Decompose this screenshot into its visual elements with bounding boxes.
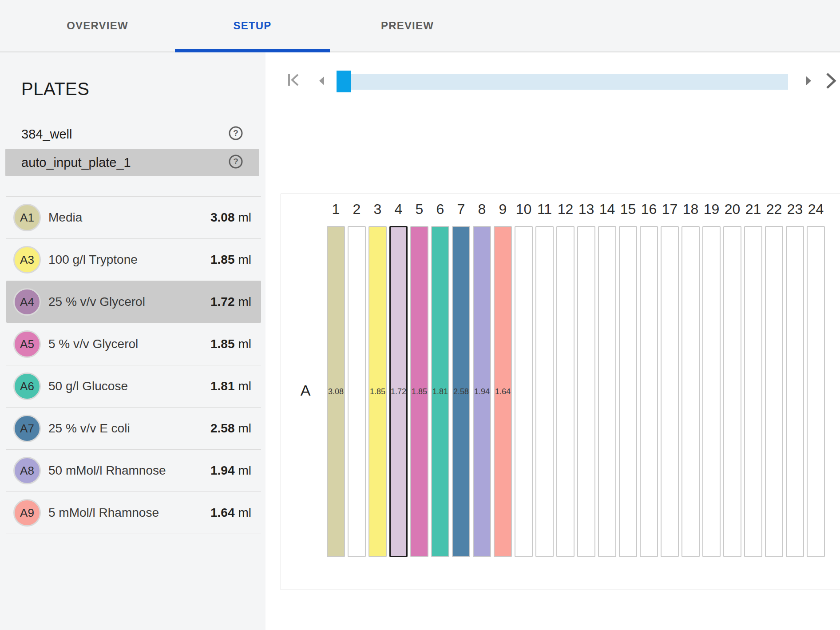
well-column-12[interactable]	[556, 226, 575, 557]
reagent-name: 25 % v/v Glycerol	[48, 295, 145, 309]
tab-label: OVERVIEW	[67, 20, 128, 32]
tabs-container: OVERVIEWSETUPPREVIEW	[20, 0, 485, 52]
reagent-volume: 1.81ml	[210, 379, 251, 393]
well-column-22[interactable]	[765, 226, 783, 557]
well-column-17[interactable]	[661, 226, 679, 557]
step-right-icon[interactable]	[806, 76, 811, 86]
column-header: 21	[744, 201, 762, 218]
tab-overview[interactable]: OVERVIEW	[20, 0, 175, 52]
reagent-volume: 3.08ml	[210, 210, 251, 225]
well-column-8[interactable]: 1.94ml	[473, 226, 491, 557]
well-column-16[interactable]	[640, 226, 658, 557]
reagent-row-A3[interactable]: A3100 g/l Tryptone1.85ml	[6, 238, 261, 281]
well-column-14[interactable]	[598, 226, 616, 557]
sidebar-title: PLATES	[21, 79, 265, 99]
reagent-name: 100 g/l Tryptone	[48, 253, 138, 267]
reagent-volume: 1.94ml	[210, 464, 251, 478]
tab-setup[interactable]: SETUP	[175, 0, 330, 52]
well-column-15[interactable]	[619, 226, 637, 557]
well-column-7[interactable]: 2.58ml	[452, 226, 470, 557]
row-label: A	[294, 382, 317, 399]
well-badge: A3	[13, 246, 41, 273]
svg-text:?: ?	[233, 157, 238, 166]
well-column-4[interactable]: 1.72ml	[389, 226, 408, 557]
reagent-volume: 2.58ml	[210, 421, 251, 436]
page-right-button[interactable]	[825, 72, 837, 91]
well-column-19[interactable]	[702, 226, 721, 557]
tab-preview[interactable]: PREVIEW	[330, 0, 485, 52]
reagent-name: 25 % v/v E coli	[48, 421, 130, 436]
help-icon[interactable]: ?	[228, 126, 243, 143]
reagent-name: 50 mMol/l Rhamnose	[48, 464, 166, 478]
well-column-2[interactable]	[348, 226, 366, 557]
reagent-row-A7[interactable]: A725 % v/v E coli2.58ml	[6, 407, 261, 449]
column-header: 12	[556, 201, 575, 218]
well-volume-label: 1.85ml	[370, 387, 385, 396]
wells-row: 3.08ml1.85ml1.72ml1.85ml1.81ml2.58ml1.94…	[327, 226, 825, 557]
column-header: 17	[661, 201, 679, 218]
well-badge: A9	[13, 499, 41, 527]
plate-item-auto_input_plate_1[interactable]: auto_input_plate_1?	[5, 149, 259, 176]
scroll-thumb[interactable]	[337, 71, 351, 92]
column-header: 9	[494, 201, 512, 218]
column-header: 20	[723, 201, 741, 218]
plate-item-384_well[interactable]: 384_well?	[5, 120, 259, 148]
plates-sidebar: PLATES 384_well?auto_input_plate_1? A1Me…	[0, 52, 265, 630]
well-badge: A5	[13, 330, 41, 358]
well-column-24[interactable]	[807, 226, 825, 557]
reagent-name: 50 g/l Glucose	[48, 379, 128, 393]
column-header: 4	[389, 201, 408, 218]
well-column-6[interactable]: 1.81ml	[431, 226, 449, 557]
well-column-13[interactable]	[577, 226, 595, 557]
column-headers: 123456789101112131415161718192021222324	[327, 201, 825, 218]
column-header: 10	[515, 201, 533, 218]
skip-to-start-icon	[287, 73, 301, 87]
column-header: 23	[786, 201, 804, 218]
column-header: 6	[431, 201, 449, 218]
well-column-20[interactable]	[723, 226, 741, 557]
well-column-10[interactable]	[515, 226, 533, 557]
reagent-row-A9[interactable]: A95 mMol/l Rhamnose1.64ml	[6, 491, 261, 534]
reagent-volume: 1.64ml	[210, 506, 251, 520]
reagent-name: 5 % v/v Glycerol	[48, 337, 138, 351]
well-volume-label: 1.81ml	[432, 387, 448, 396]
skip-to-start-button[interactable]	[287, 73, 301, 89]
well-column-9[interactable]: 1.64ml	[494, 226, 512, 557]
reagent-volume: 1.85ml	[210, 253, 251, 267]
well-column-18[interactable]	[682, 226, 700, 557]
well-column-23[interactable]	[786, 226, 804, 557]
column-header: 5	[410, 201, 428, 218]
plate-name: 384_well	[21, 127, 72, 142]
reagent-row-A6[interactable]: A650 g/l Glucose1.81ml	[6, 365, 261, 407]
reagent-row-A8[interactable]: A850 mMol/l Rhamnose1.94ml	[6, 449, 261, 491]
column-header: 2	[348, 201, 366, 218]
tab-label: PREVIEW	[381, 20, 434, 32]
reagent-row-A5[interactable]: A55 % v/v Glycerol1.85ml	[6, 323, 261, 365]
column-header: 15	[619, 201, 637, 218]
reagent-row-A4[interactable]: A425 % v/v Glycerol1.72ml	[6, 281, 261, 323]
step-left-icon[interactable]	[319, 76, 324, 85]
well-volume-label: 3.08ml	[328, 387, 344, 396]
well-badge: A6	[13, 372, 41, 400]
column-header: 14	[598, 201, 616, 218]
well-column-1[interactable]: 3.08ml	[327, 226, 345, 557]
well-volume-label: 1.94ml	[474, 387, 490, 396]
reagent-row-A1[interactable]: A1Media3.08ml	[6, 196, 261, 238]
well-column-5[interactable]: 1.85ml	[410, 226, 428, 557]
column-header: 8	[473, 201, 491, 218]
column-header: 11	[535, 201, 554, 218]
column-header: 13	[577, 201, 595, 218]
svg-text:?: ?	[233, 128, 238, 138]
column-header: 22	[765, 201, 783, 218]
column-header: 19	[702, 201, 721, 218]
column-header: 7	[452, 201, 470, 218]
chevron-right-icon	[825, 72, 837, 90]
well-column-21[interactable]	[744, 226, 762, 557]
well-column-11[interactable]	[535, 226, 554, 557]
reagent-list: A1Media3.08mlA3100 g/l Tryptone1.85mlA42…	[6, 196, 261, 534]
scroll-track[interactable]	[337, 74, 788, 90]
well-column-3[interactable]: 1.85ml	[368, 226, 387, 557]
help-icon[interactable]: ?	[228, 154, 243, 171]
plate-list: 384_well?auto_input_plate_1?	[0, 120, 265, 176]
plate-grid-panel: 123456789101112131415161718192021222324 …	[281, 194, 840, 590]
